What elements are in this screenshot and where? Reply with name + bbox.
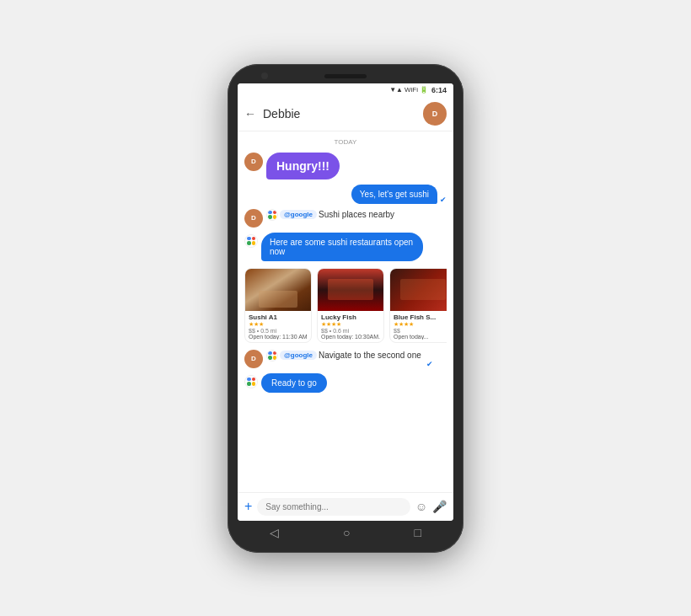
google-dots [268, 211, 276, 219]
card-img-placeholder-3 [390, 269, 447, 311]
back-button[interactable]: ← [244, 107, 256, 121]
msg-text-response-sushi: Here are some sushi restaurants open now [270, 238, 413, 256]
g-dot-blue-3 [268, 351, 272, 356]
message-google-response-sushi: Here are some sushi restaurants open now [244, 233, 447, 261]
g-dot-red [273, 211, 277, 215]
card-name-sushi-a1: Sushi A1 [249, 313, 308, 321]
card-name-blue-fish: Blue Fish S... [394, 313, 447, 321]
g-dot-red-4 [252, 378, 256, 382]
msg-text-ready: Ready to go [271, 378, 317, 388]
card-img-placeholder-2 [318, 269, 383, 311]
google-at-tag-nav: @google [280, 351, 317, 360]
g-dot-red-2 [252, 237, 256, 241]
time-display: 6:14 [431, 86, 447, 94]
signal-icon: ▼▲ [389, 86, 403, 94]
card-img-placeholder-1 [245, 269, 311, 311]
bubble-google-response-sushi: Here are some sushi restaurants open now [261, 233, 423, 261]
chat-header: ← Debbie D [238, 97, 453, 131]
message-received-hungry: D Hungry!!! [244, 153, 447, 179]
card-hours-blue-fish: Open today... [394, 334, 447, 340]
mic-button[interactable]: 🎤 [432, 500, 447, 513]
card-image-sushi-a1 [245, 269, 311, 311]
page-background: ▼▲ WiFi 🔋 6:14 ← Debbie D TODAY D [0, 0, 691, 616]
msg-text-hungry: Hungry!!! [276, 159, 329, 173]
google-nav-tag-line: @google Navigate to the second one [266, 350, 421, 362]
sender-avatar-debbie-3: D [244, 350, 263, 368]
g-dot-blue-4 [247, 378, 251, 382]
restaurant-card-blue-fish[interactable]: Blue Fish S... ★★★★ $$ Open today... [389, 268, 447, 343]
card-image-blue-fish [390, 269, 447, 311]
restaurant-cards-container[interactable]: Sushi A1 ★★★ $$ • 0.5 mi Open today: 11:… [244, 266, 447, 345]
g-dot-yellow-2 [252, 241, 256, 245]
status-bar: ▼▲ WiFi 🔋 6:14 [238, 83, 453, 97]
g-dot-green [268, 215, 272, 219]
g-dot-yellow [273, 215, 277, 219]
battery-icon: 🔋 [420, 86, 428, 94]
google-assistant-icon-2 [244, 234, 258, 248]
date-label: TODAY [244, 138, 447, 146]
card-img-bar [328, 279, 374, 300]
contact-avatar: D [423, 102, 447, 126]
card-stars-blue-fish: ★★★★ [394, 321, 447, 328]
avatar-initials: D [432, 110, 438, 118]
card-body-sushi-a1: Sushi A1 ★★★ $$ • 0.5 mi Open today: 11:… [245, 311, 311, 342]
phone-screen: ▼▲ WiFi 🔋 6:14 ← Debbie D TODAY D [238, 83, 453, 521]
nav-back-button[interactable]: ◁ [270, 526, 279, 539]
phone-camera [261, 72, 268, 79]
msg-text-sushi: Yes, let's get sushi [360, 190, 429, 199]
card-image-lucky-fish [318, 269, 383, 311]
card-info-sushi-a1: $$ • 0.5 mi [249, 328, 308, 334]
google-assistant-icon-3 [266, 350, 278, 362]
g-dot-yellow-3 [273, 356, 277, 360]
bubble-hungry: Hungry!!! [266, 153, 340, 179]
phone-device: ▼▲ WiFi 🔋 6:14 ← Debbie D TODAY D [228, 64, 463, 553]
google-dots-3 [268, 351, 276, 360]
card-img-table [259, 291, 298, 308]
google-dots-2 [247, 237, 255, 245]
google-assistant-icon-4 [244, 375, 258, 388]
contact-name: Debbie [263, 107, 416, 121]
message-google-query-sushi: D @goog [244, 209, 447, 228]
google-query-text-navigate: Navigate to the second one [319, 351, 421, 360]
add-button[interactable]: + [244, 499, 252, 514]
restaurant-card-sushi-a1[interactable]: Sushi A1 ★★★ $$ • 0.5 mi Open today: 11:… [244, 268, 312, 343]
sent-checkmark: ✔ [440, 196, 447, 204]
bubble-sushi: Yes, let's get sushi [351, 185, 437, 204]
message-sent-sushi: Yes, let's get sushi ✔ [244, 185, 447, 204]
phone-top-bar [238, 74, 453, 78]
sent-checkmark-nav: ✔ [426, 360, 433, 368]
message-google-response-navigate: Ready to go [244, 373, 447, 393]
google-at-tag: @google [280, 210, 317, 219]
message-input[interactable] [257, 498, 410, 516]
bubble-ready-to-go: Ready to go [261, 373, 327, 393]
phone-nav-bar: ◁ ○ □ [238, 521, 453, 543]
wifi-icon: WiFi [404, 86, 418, 94]
card-stars-sushi-a1: ★★★ [249, 321, 308, 328]
restaurant-card-lucky-fish[interactable]: Lucky Fish ★★★★ $$ • 0.6 mi Open today: … [317, 268, 384, 343]
message-google-query-navigate: D @google [244, 350, 447, 368]
card-body-blue-fish: Blue Fish S... ★★★★ $$ Open today... [390, 311, 447, 342]
google-query-inner: @google Sushi places nearby [266, 209, 394, 221]
chat-input-bar: + ☺ 🎤 [238, 492, 453, 521]
g-dot-blue-2 [247, 237, 251, 241]
g-dot-yellow-4 [252, 382, 256, 386]
card-info-lucky-fish: $$ • 0.6 mi [321, 328, 380, 334]
emoji-button[interactable]: ☺ [415, 500, 427, 513]
nav-recent-button[interactable]: □ [415, 526, 421, 539]
google-dots-4 [247, 378, 255, 386]
g-dot-green-3 [268, 356, 272, 360]
google-tag-line: @google Sushi places nearby [266, 209, 394, 221]
card-body-lucky-fish: Lucky Fish ★★★★ $$ • 0.6 mi Open today: … [318, 311, 383, 342]
g-dot-red-3 [273, 351, 277, 356]
card-info-blue-fish: $$ [394, 328, 447, 334]
nav-home-button[interactable]: ○ [343, 526, 350, 539]
g-dot-green-4 [247, 382, 251, 386]
sender-avatar-debbie-2: D [244, 209, 263, 228]
google-nav-query-inner: @google Navigate to the second one [266, 350, 421, 362]
chat-body[interactable]: TODAY D Hungry!!! Yes, let's get sushi ✔ [238, 131, 453, 492]
g-dot-blue [268, 211, 272, 215]
card-hours-sushi-a1: Open today: 11:30 AM... [249, 334, 308, 340]
card-stars-lucky-fish: ★★★★ [321, 321, 380, 328]
google-query-text-sushi: Sushi places nearby [319, 210, 394, 219]
phone-speaker [324, 74, 367, 78]
